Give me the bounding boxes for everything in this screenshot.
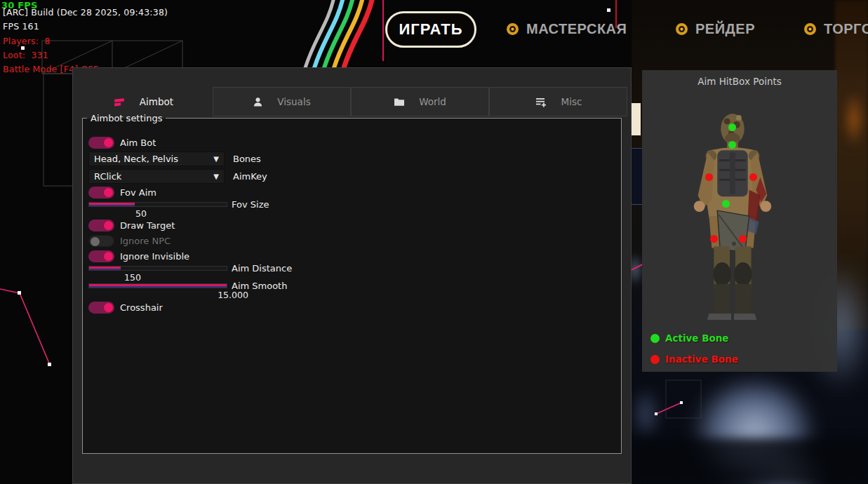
tab-misc[interactable]: Misc bbox=[489, 87, 627, 116]
loot-count-text: Loot: 331 bbox=[3, 50, 48, 60]
legend-inactive-bone: Inactive Bone bbox=[650, 354, 738, 365]
aim-distance-slider-row: 150 Aim Distance bbox=[88, 266, 227, 271]
draw-target-toggle-row: Draw Target bbox=[88, 219, 175, 231]
hitbox-point-right-shoulder[interactable] bbox=[749, 173, 757, 181]
toggle-label: Ignore NPC bbox=[120, 236, 171, 246]
crosshair-toggle-row: Crosshair bbox=[88, 301, 163, 314]
hitbox-point-neck[interactable] bbox=[728, 141, 736, 149]
folder-icon bbox=[394, 97, 405, 107]
chevron-down-icon: ▼ bbox=[213, 173, 219, 180]
slider-value: 15.000 bbox=[205, 290, 261, 300]
hitbox-panel-title: Aim HitBox Points bbox=[642, 76, 837, 87]
players-count-text: Players: 8 bbox=[3, 36, 51, 46]
play-button[interactable]: ИГРАТЬ bbox=[385, 11, 476, 48]
dropdown-label: AimKey bbox=[233, 171, 267, 182]
fps-info-text: FPS 161 bbox=[3, 21, 39, 32]
slider-label: Aim Distance bbox=[232, 263, 292, 274]
aim-bot-toggle-row: Aim Bot bbox=[88, 136, 156, 149]
toggle-label: Fov Aim bbox=[120, 187, 156, 198]
aim-distance-slider[interactable] bbox=[88, 266, 227, 271]
toggle-label: Draw Target bbox=[120, 220, 175, 231]
esp-marker-dot bbox=[607, 8, 610, 12]
crosshair-toggle[interactable] bbox=[88, 302, 114, 314]
dropdown-value: Head, Neck, Pelvis bbox=[94, 154, 178, 164]
dropdown-value: RClick bbox=[94, 171, 121, 182]
esp-line-vertical bbox=[382, 0, 384, 61]
slider-fill bbox=[89, 267, 121, 270]
legend-label: Inactive Bone bbox=[665, 354, 738, 365]
slider-fill bbox=[89, 284, 227, 288]
ignore-npc-toggle[interactable] bbox=[88, 235, 114, 247]
toggle-label: Ignore Invisible bbox=[120, 251, 189, 262]
menu-item-label: РЕЙДЕР bbox=[695, 21, 755, 37]
aimkey-dropdown-row: RClick ▼ AimKey bbox=[88, 169, 267, 184]
aimbot-settings-group: Aimbot settings Aim Bot Head, Neck, Pelv… bbox=[82, 118, 622, 454]
slider-value: 50 bbox=[127, 208, 155, 219]
aim-smooth-slider-row: 15.000 Aim Smooth bbox=[88, 283, 227, 288]
bones-dropdown[interactable]: Head, Neck, Pelvis ▼ bbox=[88, 152, 225, 166]
aim-bot-toggle[interactable] bbox=[88, 137, 114, 149]
bones-dropdown-row: Head, Neck, Pelvis ▼ Bones bbox=[88, 152, 261, 166]
aimkey-dropdown[interactable]: RClick ▼ bbox=[88, 169, 225, 184]
esp-skeleton-lines bbox=[0, 284, 58, 372]
slider-label: Aim Smooth bbox=[232, 281, 287, 291]
fov-aim-toggle[interactable] bbox=[88, 187, 114, 199]
draw-target-toggle[interactable] bbox=[88, 220, 114, 231]
toggle-knob bbox=[104, 252, 113, 261]
esp-tracer-lines bbox=[649, 377, 709, 421]
tab-label: World bbox=[419, 96, 446, 107]
toggle-label: Aim Bot bbox=[120, 137, 156, 148]
hitbox-point-left-thigh[interactable] bbox=[710, 235, 718, 243]
menu-item-workshop[interactable]: МАСТЕРСКАЯ bbox=[507, 21, 627, 37]
toggle-label: Crosshair bbox=[120, 302, 163, 313]
ignore-npc-toggle-row: Ignore NPC bbox=[88, 234, 171, 247]
dropdown-label: Bones bbox=[233, 154, 261, 164]
chevron-down-icon: ▼ bbox=[213, 155, 219, 163]
background-glow bbox=[842, 91, 866, 147]
hitbox-point-pelvis[interactable] bbox=[722, 200, 730, 208]
tab-visuals[interactable]: Visuals bbox=[213, 87, 351, 116]
sliders-plus-icon bbox=[535, 96, 547, 107]
menu-item-raider[interactable]: РЕЙДЕР bbox=[676, 21, 755, 37]
slider-fill bbox=[89, 203, 135, 206]
fov-aim-toggle-row: Fov Aim bbox=[88, 186, 156, 199]
aim-smooth-slider[interactable] bbox=[88, 283, 227, 288]
hitbox-point-left-shoulder[interactable] bbox=[705, 173, 713, 181]
legend-label: Active Bone bbox=[665, 332, 729, 344]
tab-label: Aimbot bbox=[140, 96, 173, 107]
tab-label: Misc bbox=[561, 96, 582, 107]
toggle-knob bbox=[104, 221, 113, 230]
build-info-text: [ARC] Build (Dec 28 2025, 09:43:38) bbox=[3, 7, 168, 18]
slider-label: Fov Size bbox=[232, 199, 269, 210]
toggle-knob bbox=[91, 237, 100, 246]
toggle-knob bbox=[104, 188, 113, 197]
coin-icon bbox=[507, 23, 519, 35]
ignore-invisible-toggle[interactable] bbox=[88, 250, 114, 262]
hitbox-point-right-thigh[interactable] bbox=[739, 235, 747, 243]
aimbot-flag-icon bbox=[114, 97, 126, 107]
menu-item-trade[interactable]: ТОРГО bbox=[804, 21, 868, 37]
background-ui-fragment bbox=[632, 148, 642, 205]
menu-item-label: МАСТЕРСКАЯ bbox=[526, 21, 627, 37]
ignore-invisible-toggle-row: Ignore Invisible bbox=[88, 250, 189, 262]
slider-value: 150 bbox=[119, 272, 147, 283]
group-title: Aimbot settings bbox=[87, 112, 166, 125]
game-screen: 30 FPS [ARC] Build (Dec 28 2025, 09:43:3… bbox=[0, 0, 868, 484]
toggle-knob bbox=[104, 138, 113, 147]
fov-size-slider[interactable] bbox=[88, 202, 227, 207]
rainbow-streak bbox=[300, 0, 399, 67]
menu-item-label: ТОРГО bbox=[824, 21, 868, 37]
active-bone-dot-icon bbox=[650, 334, 660, 343]
person-icon bbox=[253, 97, 263, 107]
toggle-knob bbox=[104, 303, 113, 312]
legend-active-bone: Active Bone bbox=[650, 332, 729, 344]
hitbox-point-head[interactable] bbox=[728, 123, 736, 131]
background-silhouette bbox=[632, 438, 868, 484]
fov-size-slider-row: 50 Fov Size bbox=[88, 202, 227, 207]
hitbox-preview-panel: Aim HitBox Points bbox=[642, 70, 837, 372]
cheat-menu-window: Aimbot Visuals World bbox=[72, 67, 632, 484]
inactive-bone-dot-icon bbox=[650, 355, 660, 364]
tab-world[interactable]: World bbox=[351, 87, 489, 116]
tab-label: Visuals bbox=[277, 96, 310, 107]
coin-icon bbox=[676, 23, 688, 35]
